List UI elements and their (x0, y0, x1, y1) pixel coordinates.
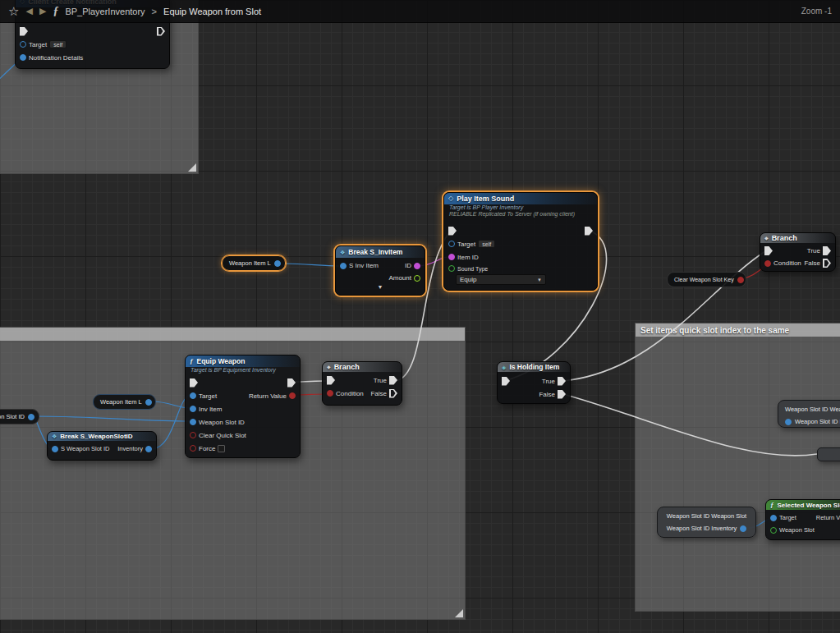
node-branch-top[interactable]: ◆ Branch True Condition False (760, 232, 836, 272)
condition-pin[interactable] (327, 390, 333, 397)
pin-label: S Weapon Slot ID (61, 445, 109, 452)
false-exec-pin[interactable] (389, 389, 397, 398)
id-pin[interactable] (414, 263, 420, 269)
node-break-s-invitem[interactable]: ❖ Break S_InvItem S Inv Item ID Amount (335, 245, 425, 296)
amount-pin[interactable] (414, 275, 420, 282)
output-pin[interactable] (740, 525, 746, 532)
pin-label: True (542, 378, 555, 385)
output-pin[interactable] (28, 414, 34, 420)
target-value-field[interactable]: self (49, 40, 67, 48)
weapon-slot-id-pin[interactable] (190, 419, 196, 425)
pin-label: False (804, 259, 820, 267)
breadcrumb-separator-icon: > (152, 7, 157, 16)
node-subtitle: Target is BP Equipment Inventory (186, 367, 300, 374)
pin-label: Amount (388, 274, 411, 282)
node-play-item-sound[interactable]: ◇ Play Item Sound Target is BP Player In… (443, 192, 598, 291)
pin-label: Sound Type (457, 266, 488, 272)
favorite-star-icon[interactable]: ☆ (8, 5, 19, 17)
sound-type-pin[interactable] (448, 265, 455, 272)
inv-item-pin[interactable] (190, 406, 196, 412)
s-inv-item-pin[interactable] (340, 263, 347, 269)
condition-pin[interactable] (764, 260, 771, 267)
exec-in-pin[interactable] (502, 377, 510, 386)
node-equip-weapon[interactable]: ƒ Equip Weapon Target is BP Equipment In… (185, 355, 301, 458)
pin-label: Return Value (249, 392, 287, 400)
branch-icon: ◆ (764, 236, 769, 241)
var-get-weapon-slot-id-partial[interactable]: on Slot ID (0, 409, 39, 424)
var-get-clear-weapon-slot-key[interactable]: Clear Weapon Slot Key (667, 272, 746, 287)
pin-label: Inv Item (199, 406, 222, 413)
pin-label: Target (29, 41, 47, 48)
var-get-weapon-item-l[interactable]: Weapon Item L (222, 255, 286, 271)
wire-data-weaponitem-to-breakinvitem (284, 264, 339, 266)
true-exec-pin[interactable] (389, 376, 397, 385)
force-checkbox[interactable] (218, 445, 225, 452)
node-weapon-slot-getter-top[interactable]: Weapon Slot ID Weapon Slot Weapon Slot I… (778, 400, 840, 428)
breadcrumb-root[interactable]: BP_PlayerInventory (65, 7, 145, 16)
true-exec-pin[interactable] (558, 377, 566, 386)
row-label: Weapon Slot ID Weapon Slot (785, 406, 840, 413)
var-get-weapon-item-l-2[interactable]: Weapon Item L (93, 394, 156, 410)
blueprint-graph[interactable]: Set items quick slot index to the same ◇… (0, 0, 840, 633)
target-value-field[interactable]: self (478, 240, 495, 248)
pin-label: ID (405, 262, 411, 269)
pin-label: Condition (336, 390, 364, 397)
resize-grip[interactable] (455, 609, 463, 617)
exec-out-pin[interactable] (157, 27, 165, 36)
forward-arrow-icon[interactable]: ▶ (39, 7, 46, 16)
target-pin[interactable] (770, 515, 777, 521)
force-pin[interactable] (190, 445, 196, 452)
s-weapon-slot-id-pin[interactable] (52, 446, 58, 452)
row-label: Weapon Slot ID Weapon Slot (667, 512, 746, 520)
node-weapon-slot-getter-bottom[interactable]: Weapon Slot ID Weapon Slot Weapon Slot I… (657, 507, 756, 538)
false-exec-pin[interactable] (823, 259, 831, 268)
exec-in-pin[interactable] (20, 27, 28, 36)
node-title: Break S_InvItem (348, 248, 402, 256)
false-exec-pin[interactable] (558, 390, 566, 399)
exec-out-pin[interactable] (585, 227, 593, 236)
pin-label: False (539, 391, 555, 398)
function-icon: ƒ (190, 357, 194, 365)
resize-grip[interactable] (188, 163, 196, 172)
output-pin[interactable] (737, 277, 744, 283)
node-selected-weapon-slot[interactable]: ƒ Selected Weapon Slot Target Return Val… (765, 499, 840, 540)
target-pin[interactable] (448, 241, 455, 247)
sound-type-dropdown[interactable]: Equip ▼ (456, 274, 546, 285)
node-title: Break S_WeaponSlotID (60, 433, 132, 440)
clipped-node[interactable] (817, 447, 840, 461)
inventory-pin[interactable] (145, 446, 152, 452)
pin-label: S Inv Item (349, 262, 379, 269)
clear-quick-slot-pin[interactable] (190, 432, 196, 438)
breadcrumb-page-title[interactable]: Equip Weapon from Slot (163, 7, 261, 16)
exec-in-pin[interactable] (448, 227, 457, 236)
target-pin[interactable] (20, 41, 26, 48)
exec-in-pin[interactable] (327, 376, 335, 385)
chevron-down-icon: ▼ (537, 278, 542, 282)
return-value-pin[interactable] (289, 392, 296, 399)
pin-label: Clear Quick Slot (199, 432, 246, 439)
node-branch-bottom[interactable]: ◆ Branch True Condition False (322, 361, 402, 406)
item-id-pin[interactable] (448, 254, 455, 260)
weapon-slot-pin[interactable] (770, 527, 777, 534)
true-exec-pin[interactable] (823, 246, 831, 255)
node-break-s-weaponslotid[interactable]: ❖ Break S_WeaponSlotID S Weapon Slot ID … (47, 431, 157, 461)
exec-out-pin[interactable] (287, 378, 296, 388)
exec-in-pin[interactable] (764, 246, 773, 255)
comment-box-right[interactable]: Set items quick slot index to the same (635, 323, 840, 612)
exec-in-pin[interactable] (190, 378, 198, 388)
node-is-holding-item[interactable]: ◈ Is Holding Item True False (497, 361, 571, 404)
output-pin[interactable] (274, 260, 281, 267)
comment-title[interactable]: Set items quick slot index to the same (636, 323, 840, 337)
comment-title[interactable] (0, 328, 465, 341)
collapse-arrow-icon[interactable]: ▼ (336, 284, 425, 291)
variable-label: Weapon Item L (229, 259, 271, 267)
macro-icon: ◈ (502, 365, 506, 370)
pin-label: Weapon Slot (779, 526, 815, 534)
back-arrow-icon[interactable]: ◀ (25, 7, 32, 16)
notification-details-pin[interactable] (20, 54, 26, 61)
output-pin[interactable] (145, 399, 152, 406)
dropdown-value: Equip (460, 276, 476, 283)
variable-label: Clear Weapon Slot Key (674, 277, 734, 282)
target-pin[interactable] (190, 392, 196, 399)
input-pin[interactable] (785, 419, 792, 425)
